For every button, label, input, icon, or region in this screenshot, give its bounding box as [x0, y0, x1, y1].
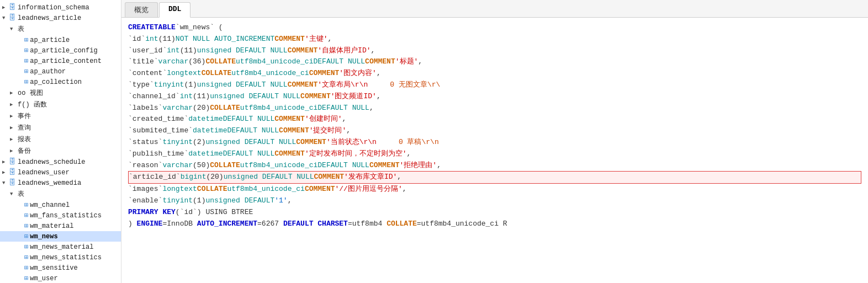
ddl-line-12: `publish_time` datetime DEFAULT NULL COM…: [128, 148, 861, 160]
tree-label: f() 函数: [18, 100, 47, 109]
tree-arrow: ▶: [10, 148, 17, 154]
tree-label: ap_author: [30, 68, 66, 76]
tree-label: 表: [18, 189, 24, 199]
sidebar-item-tables_group_wemedia[interactable]: ▼表: [0, 188, 121, 200]
tree-label: wm_fans_statistics: [30, 212, 102, 220]
tree-label: wm_user: [30, 275, 57, 282]
sidebar-item-views_group_article[interactable]: ▶oo 视图: [0, 87, 121, 99]
tree-arrow: ▶: [10, 113, 17, 119]
tree-arrow: ▶: [2, 169, 9, 175]
sidebar-item-wm_news_material[interactable]: ⊞wm_news_material: [0, 242, 121, 252]
sidebar-item-leadnews_article[interactable]: ▼🗄leadnews_article: [0, 13, 121, 23]
tab-preview[interactable]: 概览: [125, 2, 158, 17]
tree-label: wm_news: [30, 233, 57, 241]
tab-bar: 概览DDL: [121, 0, 868, 18]
ddl-line-17: PRIMARY KEY (`id`) USING BTREE: [128, 207, 861, 218]
sidebar-item-information_schema[interactable]: ▶🗄information_schema: [0, 2, 121, 13]
sidebar-item-ap_article_config[interactable]: ⊞ap_article_config: [0, 45, 121, 56]
tree-label: information_schema: [18, 4, 89, 12]
sidebar-item-leadnews_schedule[interactable]: ▶🗄leadnews_schedule: [0, 157, 121, 167]
table-icon: ⊞: [24, 36, 28, 44]
tree-arrow: ▶: [2, 159, 9, 165]
tree-label: 备份: [18, 146, 31, 156]
table-icon: ⊞: [24, 46, 28, 55]
tree-arrow: ▼: [2, 180, 9, 186]
tree-label: leadnews_schedule: [18, 158, 85, 166]
main-panel: 概览DDL CREATE TABLE `wm_news` ( `id` int(…: [121, 0, 868, 283]
table-icon: ⊞: [24, 222, 28, 230]
sidebar-item-wm_user[interactable]: ⊞wm_user: [0, 273, 121, 283]
sidebar-item-wm_channel[interactable]: ⊞wm_channel: [0, 200, 121, 210]
table-icon: ⊞: [24, 67, 28, 76]
sidebar-item-ap_article_content[interactable]: ⊞ap_article_content: [0, 56, 121, 66]
ddl-line-8: `labels` varchar(20) COLLATE utf8mb4_uni…: [128, 103, 861, 114]
ddl-line-5: `content` longtext COLLATE utf8mb4_unico…: [128, 68, 861, 79]
ddl-line-13: `reason` varchar(50) COLLATE utf8mb4_uni…: [128, 160, 861, 172]
table-icon: ⊞: [24, 211, 28, 220]
ddl-line-3: `user_id` int(11) unsigned DEFAULT NULL …: [128, 45, 861, 57]
tree-label: leadnews_wemedia: [18, 179, 81, 187]
tree-label: leadnews_article: [18, 14, 81, 22]
tree-label: wm_channel: [30, 201, 70, 209]
db-icon: 🗄: [9, 158, 16, 166]
ddl-line-11: `status` tinyint(2) unsigned DEFAULT NUL…: [128, 137, 861, 148]
db-icon: 🗄: [9, 3, 16, 12]
tree-label: wm_sensitive: [30, 264, 77, 272]
sidebar-item-query_group_article[interactable]: ▶查询: [0, 122, 121, 134]
ddl-line-14: `article_id` bigint(20) unsigned DEFAULT…: [128, 171, 861, 184]
tree-arrow: ▼: [10, 191, 17, 197]
sidebar-item-wm_news_statistics[interactable]: ⊞wm_news_statistics: [0, 252, 121, 263]
ddl-line-16: `enable` tinyint(1) unsigned DEFAULT '1'…: [128, 195, 861, 207]
sidebar-item-leadnews_wemedia[interactable]: ▼🗄leadnews_wemedia: [0, 178, 121, 188]
table-icon: ⊞: [24, 274, 28, 282]
sidebar-item-ap_article[interactable]: ⊞ap_article: [0, 35, 121, 45]
ddl-line-1: CREATE TABLE `wm_news` (: [128, 22, 861, 34]
tree-label: wm_material: [30, 222, 73, 230]
ddl-line-18: ) ENGINE=InnoDB AUTO_INCREMENT=6267 DEFA…: [128, 218, 861, 230]
sidebar-item-leadnews_user[interactable]: ▶🗄leadnews_user: [0, 167, 121, 178]
table-icon: ⊞: [24, 201, 28, 209]
tree-label: oo 视图: [18, 88, 43, 98]
tab-ddl[interactable]: DDL: [159, 2, 190, 18]
ddl-line-4: `title` varchar(36) COLLATE utf8mb4_unic…: [128, 56, 861, 68]
db-icon: 🗄: [9, 168, 16, 177]
ddl-line-6: `type` tinyint(1) unsigned DEFAULT NULL …: [128, 79, 861, 91]
tree-arrow: ▼: [2, 15, 9, 21]
tree-label: 报表: [18, 135, 31, 144]
tree-label: ap_article_content: [30, 57, 102, 65]
tree-label: ap_collection: [30, 78, 82, 86]
tree-arrow: ▼: [10, 26, 17, 32]
table-icon: ⊞: [24, 253, 28, 261]
sidebar-item-wm_material[interactable]: ⊞wm_material: [0, 221, 121, 231]
sidebar-item-events_group_article[interactable]: ▶事件: [0, 110, 121, 122]
tree-label: 表: [18, 24, 24, 34]
table-icon: ⊞: [24, 243, 28, 251]
tree-label: 事件: [18, 111, 31, 121]
ddl-code-area: CREATE TABLE `wm_news` ( `id` int(11) NO…: [121, 18, 868, 283]
sidebar-item-funcs_group_article[interactable]: ▶f() 函数: [0, 99, 121, 110]
tree-label: wm_news_statistics: [30, 254, 102, 261]
sidebar-item-ap_collection[interactable]: ⊞ap_collection: [0, 77, 121, 87]
table-icon: ⊞: [24, 232, 28, 241]
sidebar-item-ap_author[interactable]: ⊞ap_author: [0, 66, 121, 77]
tree-label: ap_article_config: [30, 47, 97, 55]
sidebar-item-wm_news[interactable]: ⊞wm_news: [0, 231, 121, 242]
ddl-line-10: `submited_time` datetime DEFAULT NULL CO…: [128, 125, 861, 137]
db-icon: 🗄: [9, 179, 16, 187]
tree-arrow: ▶: [2, 4, 9, 10]
sidebar-item-wm_fans_statistics[interactable]: ⊞wm_fans_statistics: [0, 210, 121, 221]
sidebar-item-tables_group_article[interactable]: ▼表: [0, 23, 121, 35]
tree-label: 查询: [18, 123, 31, 132]
ddl-line-7: `channel_id` int(11) unsigned DEFAULT NU…: [128, 91, 861, 103]
sidebar-item-reports_group_article[interactable]: ▶报表: [0, 134, 121, 145]
tree-label: leadnews_user: [18, 169, 70, 177]
tree-arrow: ▶: [10, 102, 17, 108]
ddl-line-15: `images` longtext COLLATE utf8mb4_unicod…: [128, 184, 861, 195]
tree-label: ap_article: [30, 36, 70, 44]
sidebar-item-backup_group_article[interactable]: ▶备份: [0, 145, 121, 157]
table-icon: ⊞: [24, 57, 28, 65]
ddl-line-2: `id` int(11) NOT NULL AUTO_INCREMENT COM…: [128, 34, 861, 45]
sidebar-item-wm_sensitive[interactable]: ⊞wm_sensitive: [0, 263, 121, 273]
table-icon: ⊞: [24, 78, 28, 86]
tree-arrow: ▶: [10, 90, 17, 96]
